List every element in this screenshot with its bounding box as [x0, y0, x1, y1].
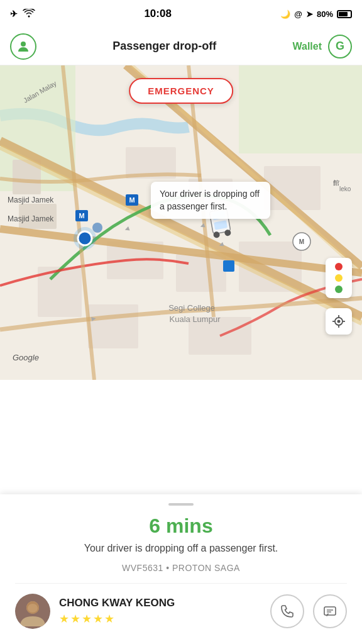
action-buttons — [270, 594, 347, 628]
driver-avatar — [15, 594, 50, 629]
svg-point-51 — [28, 604, 38, 613]
location-center-button[interactable] — [326, 308, 352, 335]
header: Passenger drop-off Wallet G — [0, 28, 362, 65]
status-time: 10:08 — [144, 8, 171, 20]
battery-icon — [337, 10, 352, 18]
at-icon: @ — [294, 9, 302, 19]
drag-handle[interactable] — [168, 503, 194, 506]
svg-text:M: M — [79, 212, 84, 219]
svg-rect-13 — [88, 304, 138, 348]
tooltip-text: Your driver is dropping off a passenger … — [160, 189, 260, 211]
driver-name: CHONG KWAY KEONG — [59, 597, 261, 609]
location-icon: ➤ — [306, 9, 313, 19]
svg-point-36 — [92, 223, 102, 233]
emergency-button[interactable]: EMERGENCY — [129, 78, 233, 104]
svg-text:M: M — [299, 238, 304, 245]
status-bar: ✈ 10:08 🌙 @ ➤ 80% — [0, 0, 362, 28]
map-background: ◂ ◂ ▴ ◂ Masjid Jamek Masjid Jamek Jalan … — [0, 65, 362, 380]
svg-rect-29 — [223, 260, 234, 272]
map-tooltip: Your driver is dropping off a passenger … — [151, 182, 270, 219]
airplane-icon: ✈ — [10, 9, 18, 19]
status-icons: ✈ — [10, 9, 35, 19]
traffic-green — [335, 286, 343, 293]
svg-rect-52 — [324, 607, 336, 615]
star-3: ★ — [82, 612, 92, 626]
svg-point-47 — [337, 320, 341, 323]
vehicle-info: WVF5631 • PROTON SAGA — [15, 563, 347, 573]
svg-text:Masjid Jamek: Masjid Jamek — [8, 214, 54, 223]
call-driver-button[interactable] — [270, 594, 304, 628]
star-1: ★ — [59, 612, 69, 626]
driver-info: CHONG KWAY KEONG ★ ★ ★ ★ ★ — [59, 597, 261, 626]
page-title: Passenger drop-off — [112, 40, 216, 53]
eta-description: Your driver is dropping off a passenger … — [15, 541, 347, 555]
google-attribution: Google — [13, 353, 39, 362]
message-driver-button[interactable] — [313, 594, 347, 628]
map-container: ◂ ◂ ▴ ◂ Masjid Jamek Masjid Jamek Jalan … — [0, 65, 362, 380]
svg-text:館: 館 — [333, 179, 339, 186]
vehicle-model: PROTON SAGA — [172, 563, 240, 573]
star-2: ★ — [70, 612, 80, 626]
wallet-button[interactable]: Wallet — [292, 41, 322, 52]
eta-time: 6 mins — [15, 514, 347, 538]
bottom-panel: 6 mins Your driver is dropping off a pas… — [0, 494, 362, 644]
battery-percent: 80% — [317, 9, 333, 19]
profile-avatar-button[interactable] — [10, 33, 36, 60]
traffic-light-button[interactable] — [326, 258, 352, 298]
vehicle-separator: • — [166, 563, 172, 573]
svg-text:leko: leko — [339, 186, 351, 192]
header-actions: Wallet G — [292, 35, 352, 58]
svg-text:M: M — [129, 196, 134, 204]
driver-row: CHONG KWAY KEONG ★ ★ ★ ★ ★ — [15, 594, 347, 629]
moon-icon: 🌙 — [280, 9, 290, 19]
user-avatar-button[interactable]: G — [328, 35, 352, 58]
driver-rating: ★ ★ ★ ★ ★ — [59, 612, 261, 626]
star-4: ★ — [93, 612, 103, 626]
svg-text:Masjid Jamek: Masjid Jamek — [8, 196, 54, 204]
svg-text:Kuala Lumpur: Kuala Lumpur — [170, 314, 221, 324]
svg-text:Segi College: Segi College — [168, 303, 215, 313]
svg-point-0 — [21, 42, 26, 47]
divider — [15, 583, 347, 584]
traffic-red — [335, 263, 343, 270]
svg-rect-3 — [239, 65, 362, 153]
status-battery-area: 🌙 @ ➤ 80% — [280, 9, 352, 19]
traffic-yellow — [335, 274, 343, 282]
wifi-icon — [23, 9, 35, 19]
svg-point-35 — [78, 231, 92, 245]
vehicle-plate: WVF5631 — [122, 563, 163, 573]
svg-rect-9 — [176, 254, 226, 292]
star-5: ★ — [104, 612, 114, 626]
